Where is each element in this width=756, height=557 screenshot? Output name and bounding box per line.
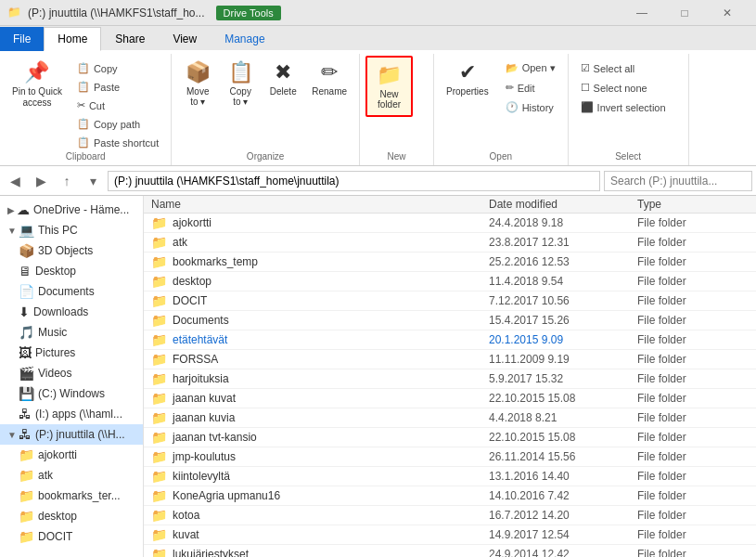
delete-button[interactable]: ✖ Delete xyxy=(263,56,303,101)
sidebar-item-p-drive[interactable]: ▼ 🖧 (P:) jnuuttila (\\H... xyxy=(0,424,143,445)
search-input[interactable] xyxy=(604,171,752,191)
new-folder-icon: 📁 xyxy=(377,63,402,87)
tab-manage[interactable]: Manage xyxy=(211,27,278,51)
sidebar-item-apps[interactable]: 🖧 (I:) apps (\\haml... xyxy=(0,404,143,424)
up-button[interactable]: ↑ xyxy=(56,170,78,192)
table-row[interactable]: 📁kuvat14.9.2017 12.54File folder xyxy=(144,525,756,545)
table-row[interactable]: 📁kotoa16.7.2012 14.20File folder xyxy=(144,506,756,525)
table-row[interactable]: 📁DOCIT7.12.2017 10.56File folder xyxy=(144,291,756,311)
folder-icon: 📁 xyxy=(151,215,167,230)
edit-button[interactable]: ✏ Edit xyxy=(499,79,562,97)
pin-to-quick-access-button[interactable]: 📌 Pin to Quickaccess xyxy=(6,56,69,113)
p-drive-icon: 🖧 xyxy=(19,427,32,442)
sidebar-item-3dobjects[interactable]: 📦 3D Objects xyxy=(0,240,143,261)
sidebar-item-downloads[interactable]: ⬇ Downloads xyxy=(0,302,143,322)
onedrive-icon: ☁ xyxy=(17,202,30,217)
sidebar-item-bookmarks[interactable]: 📁 bookmarks_ter... xyxy=(0,486,143,506)
table-row[interactable]: 📁etätehtävät20.1.2015 9.09File folder xyxy=(144,330,756,350)
select-none-button[interactable]: ☐ Select none xyxy=(574,79,673,97)
table-row[interactable]: 📁lukujärjestykset24.9.2014 12.42File fol… xyxy=(144,545,756,557)
file-date-cell: 14.9.2017 12.54 xyxy=(489,528,637,541)
file-name-cell: 📁kotoa xyxy=(151,508,489,523)
move-to-button[interactable]: 📦 Moveto ▾ xyxy=(177,56,218,111)
select-all-icon: ☑ xyxy=(581,62,590,74)
file-type-cell: File folder xyxy=(637,236,749,249)
open-button[interactable]: 📂 Open ▾ xyxy=(499,59,562,77)
sidebar-item-pictures[interactable]: 🖼 Pictures xyxy=(0,343,143,363)
paste-button[interactable]: 📋 Paste xyxy=(70,78,165,96)
sidebar-item-videos[interactable]: 🎬 Videos xyxy=(0,363,143,383)
copy-path-button[interactable]: 📋 Copy path xyxy=(70,115,165,133)
desktop2-folder-icon: 📁 xyxy=(19,509,34,524)
rename-icon: ✏ xyxy=(321,60,338,84)
table-row[interactable]: 📁jmp-koulutus26.11.2014 15.56File folder xyxy=(144,447,756,467)
move-to-label: Moveto ▾ xyxy=(186,86,209,107)
paste-shortcut-button[interactable]: 📋 Paste shortcut xyxy=(70,134,165,151)
copy-button[interactable]: 📋 Copy xyxy=(70,59,165,77)
table-row[interactable]: 📁atk23.8.2017 12.31File folder xyxy=(144,233,756,253)
sidebar-item-desktop[interactable]: 🖥 Desktop xyxy=(0,261,143,281)
table-row[interactable]: 📁KoneAgria upmanu1614.10.2016 7.42File f… xyxy=(144,486,756,506)
ribbon-group-select: ☑ Select all ☐ Select none ⬛ Invert sele… xyxy=(569,54,689,165)
sidebar-item-desktop2[interactable]: 📁 desktop xyxy=(0,506,143,526)
tab-view[interactable]: View xyxy=(159,27,211,51)
sidebar-item-ajokortti[interactable]: 📁 ajokortti xyxy=(0,445,143,465)
file-type-cell: File folder xyxy=(637,275,749,288)
close-button[interactable]: ✕ xyxy=(706,0,749,26)
folder-icon: 📁 xyxy=(151,469,167,484)
sidebar-label-windows: (C:) Windows xyxy=(38,387,105,400)
invert-selection-button[interactable]: ⬛ Invert selection xyxy=(574,98,673,116)
file-type-cell: File folder xyxy=(637,255,749,268)
folder-icon: 📁 xyxy=(151,293,167,308)
file-date-cell: 11.4.2018 9.54 xyxy=(489,275,637,288)
table-row[interactable]: 📁FORSSA11.11.2009 9.19File folder xyxy=(144,350,756,369)
file-name: harjoituksia xyxy=(173,372,229,385)
cut-button[interactable]: ✂ Cut xyxy=(70,97,165,114)
header-name: Name xyxy=(151,198,489,211)
file-type-cell: File folder xyxy=(637,431,749,444)
table-row[interactable]: 📁harjoituksia5.9.2017 15.32File folder xyxy=(144,369,756,389)
table-row[interactable]: 📁jaanan tvt-kansio22.10.2015 15.08File f… xyxy=(144,428,756,447)
open-icon: 📂 xyxy=(506,62,519,74)
copy-to-button[interactable]: 📋 Copyto ▾ xyxy=(220,56,261,111)
sidebar-item-documents[interactable]: 📄 Documents xyxy=(0,281,143,302)
chevron-down-icon: ▼ xyxy=(7,226,17,236)
tab-share[interactable]: Share xyxy=(101,27,159,51)
sidebar-item-docit[interactable]: 📁 DOCIT xyxy=(0,526,143,547)
table-row[interactable]: 📁ajokortti24.4.2018 9.18File folder xyxy=(144,214,756,233)
sidebar-item-atk[interactable]: 📁 atk xyxy=(0,465,143,486)
table-row[interactable]: 📁jaanan kuvat22.10.2015 15.08File folder xyxy=(144,389,756,408)
select-all-button[interactable]: ☑ Select all xyxy=(574,59,673,77)
rename-button[interactable]: ✏ Rename xyxy=(305,56,353,101)
sidebar-item-windows[interactable]: 💾 (C:) Windows xyxy=(0,383,143,404)
table-row[interactable]: 📁desktop11.4.2018 9.54File folder xyxy=(144,272,756,291)
forward-button[interactable]: ▶ xyxy=(30,170,52,192)
sidebar-label-desktop2: desktop xyxy=(38,510,77,523)
table-row[interactable]: 📁bookmarks_temp25.2.2016 12.53File folde… xyxy=(144,253,756,272)
sidebar-label-videos: Videos xyxy=(38,367,71,380)
back-button[interactable]: ◀ xyxy=(4,170,26,192)
folder-icon: 📁 xyxy=(151,332,167,347)
sidebar-item-onedrive[interactable]: ▶ ☁ OneDrive - Häme... xyxy=(0,200,143,220)
maximize-button[interactable]: □ xyxy=(663,0,706,26)
file-date-cell: 22.10.2015 15.08 xyxy=(489,431,637,444)
invert-selection-icon: ⬛ xyxy=(581,101,594,113)
address-bar[interactable] xyxy=(108,171,600,191)
sidebar-item-thispc[interactable]: ▼ 💻 This PC xyxy=(0,220,143,240)
history-button[interactable]: 🕐 History xyxy=(499,98,562,116)
new-folder-button[interactable]: 📁 Newfolder xyxy=(365,56,413,117)
tab-file[interactable]: File xyxy=(0,27,44,51)
table-row[interactable]: 📁kiintolevyltä13.1.2016 14.40File folder xyxy=(144,467,756,486)
apps-drive-icon: 🖧 xyxy=(19,407,32,421)
table-row[interactable]: 📁Documents15.4.2017 15.26File folder xyxy=(144,311,756,330)
sidebar-item-music[interactable]: 🎵 Music xyxy=(0,322,143,343)
recent-locations-button[interactable]: ▾ xyxy=(82,170,104,192)
file-date-cell: 23.8.2017 12.31 xyxy=(489,236,637,249)
videos-icon: 🎬 xyxy=(19,366,34,381)
minimize-button[interactable]: — xyxy=(621,0,663,26)
tab-home[interactable]: Home xyxy=(44,27,101,51)
file-type-cell: File folder xyxy=(637,470,749,483)
properties-button[interactable]: ✔ Properties xyxy=(440,56,495,116)
table-row[interactable]: 📁jaanan kuvia4.4.2018 8.21File folder xyxy=(144,408,756,428)
sidebar-label-3dobjects: 3D Objects xyxy=(38,244,93,257)
